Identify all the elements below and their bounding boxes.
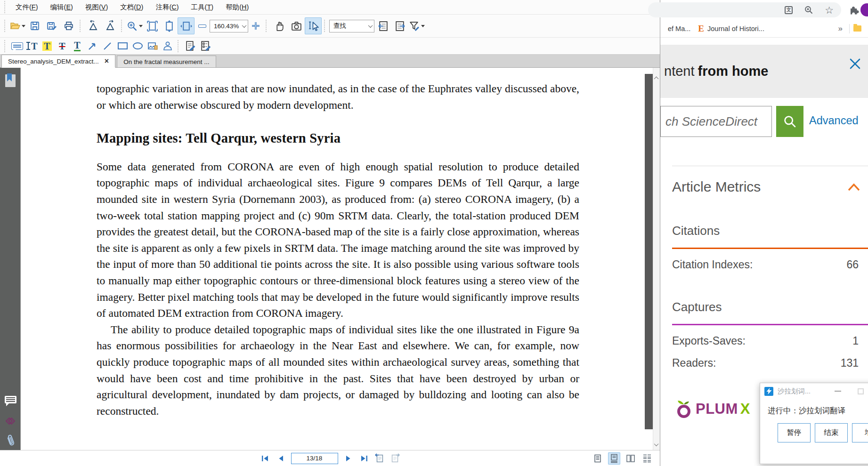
menu-C[interactable]: 注释(C): [149, 0, 185, 14]
linked-diamonds-icon: [7, 417, 14, 426]
document-scrollbar[interactable]: [645, 68, 660, 450]
advanced-search-link[interactable]: Advanced: [809, 114, 859, 127]
zoom-level-combobox[interactable]: 160.43%: [210, 20, 248, 32]
bookmark-item[interactable]: ef Ma...: [664, 25, 694, 32]
metric-row: Exports-Saves:1: [672, 335, 859, 347]
find-previous-button[interactable]: [374, 17, 391, 34]
hand-tool-button[interactable]: [271, 17, 288, 34]
menu-E[interactable]: 编辑(E): [44, 0, 79, 14]
open-file-button[interactable]: [9, 17, 26, 34]
save-button[interactable]: [26, 17, 43, 34]
bookmarks-folder-icon[interactable]: [853, 25, 861, 32]
bookmarks-panel-button[interactable]: [0, 74, 21, 87]
rotate-right-button[interactable]: [102, 17, 119, 34]
stamp-button[interactable]: [160, 39, 175, 53]
menu-D[interactable]: 文档(D): [114, 0, 149, 14]
popup-button-结束[interactable]: 结束: [815, 423, 848, 442]
fit-height-button[interactable]: [161, 17, 178, 34]
filter-highlight-button[interactable]: [408, 17, 426, 34]
save-as-button[interactable]: [43, 17, 60, 34]
popup-button-暂停[interactable]: 暂停: [778, 423, 811, 442]
highlight-icon: T: [42, 41, 51, 51]
previous-page-button[interactable]: [276, 453, 286, 464]
maximize-icon[interactable]: [858, 388, 864, 394]
plumx-logo[interactable]: PLUM X: [674, 399, 750, 419]
previous-view-button[interactable]: [374, 453, 385, 464]
menu-F[interactable]: 文件(F): [9, 0, 44, 14]
find-next-button[interactable]: [391, 17, 408, 34]
next-page-button[interactable]: [343, 453, 354, 464]
facing-continuous-view-button[interactable]: [641, 452, 653, 465]
document-tab[interactable]: On the fractal measurement ...: [117, 56, 216, 67]
continuous-view-button[interactable]: [608, 452, 620, 465]
bookmarks-list: ef Ma...EJournal of Histori...: [664, 24, 768, 33]
profile-avatar[interactable]: [860, 3, 868, 16]
document-page[interactable]: topographic variation in areas that are …: [21, 68, 645, 450]
fit-page-button[interactable]: [144, 17, 161, 34]
person-stamp-icon: [162, 40, 173, 52]
zoom-out-button[interactable]: [195, 19, 210, 33]
filter-dropdown-caret[interactable]: [421, 25, 425, 27]
find-combobox[interactable]: 查找: [329, 20, 374, 32]
rotate-left-button[interactable]: [85, 17, 102, 34]
address-bar[interactable]: 文 ☆: [648, 2, 841, 17]
next-view-button[interactable]: [390, 453, 400, 464]
toolbar-grip: [266, 20, 268, 32]
open-file-dropdown-caret[interactable]: [22, 25, 25, 27]
single-page-view-button[interactable]: [592, 452, 604, 465]
attachments-panel-button[interactable]: [0, 434, 21, 447]
page-number-field[interactable]: 13/18: [291, 453, 338, 464]
sign-document-button[interactable]: [183, 39, 198, 53]
previous-view-icon: [374, 453, 385, 464]
menu-H[interactable]: 帮助(H): [219, 0, 255, 14]
minimize-icon[interactable]: [835, 391, 841, 392]
arrow-annotation-button[interactable]: [85, 39, 100, 53]
menu-V[interactable]: 视图(V): [79, 0, 114, 14]
comments-panel-button[interactable]: [0, 396, 21, 403]
banner-close-icon[interactable]: [849, 57, 861, 70]
strikeout-text-button[interactable]: T: [55, 39, 70, 53]
extensions-puzzle-icon[interactable]: [848, 4, 860, 16]
document-tab[interactable]: Stereo_analysis_DEM_extract...×: [1, 55, 115, 68]
select-text-tool-button[interactable]: [305, 17, 322, 34]
save-as-icon: [46, 20, 57, 32]
zoom-page-icon[interactable]: [804, 5, 813, 15]
metric-label: Readers:: [672, 357, 716, 370]
last-page-button[interactable]: [359, 453, 369, 464]
rectangle-icon: [118, 42, 128, 49]
zoom-tool-button[interactable]: [126, 17, 144, 34]
sciencedirect-search-input[interactable]: ch ScienceDirect: [660, 106, 772, 137]
collapse-chevron-icon[interactable]: [847, 183, 860, 192]
print-button[interactable]: [60, 17, 77, 34]
zoom-tool-dropdown-caret[interactable]: [139, 25, 143, 27]
ellipse-annotation-button[interactable]: [130, 39, 145, 53]
tab-close-icon[interactable]: ×: [105, 57, 109, 65]
line-annotation-button[interactable]: [100, 39, 115, 53]
saladict-popup-window: 沙拉划词... 进行中：沙拉划词翻译 暂停结束增: [760, 383, 868, 464]
fit-width-button[interactable]: [178, 17, 195, 34]
scrollbar-track[interactable]: [653, 68, 660, 450]
snapshot-button[interactable]: [288, 17, 305, 34]
menu-T[interactable]: 工具(T): [185, 0, 220, 14]
search-submit-button[interactable]: [776, 106, 803, 137]
highlight-text-button[interactable]: T: [40, 39, 55, 53]
scrollbar-thumb[interactable]: [645, 74, 653, 429]
bookmarks-overflow-button[interactable]: »: [836, 24, 845, 33]
rectangle-annotation-button[interactable]: [115, 39, 130, 53]
article-metrics-header[interactable]: Article Metrics: [672, 179, 860, 195]
popup-titlebar[interactable]: 沙拉划词...: [760, 383, 868, 399]
facing-view-button[interactable]: [625, 452, 637, 465]
first-page-button[interactable]: [260, 453, 270, 464]
underline-text-button[interactable]: T: [70, 39, 85, 53]
fill-form-button[interactable]: [198, 39, 213, 53]
popup-button-增[interactable]: 增: [852, 423, 868, 442]
zoom-in-button[interactable]: [248, 19, 263, 33]
plum-icon: [674, 399, 693, 419]
bookmark-star-icon[interactable]: ☆: [825, 5, 834, 15]
image-annotation-button[interactable]: [145, 39, 160, 53]
destinations-panel-button[interactable]: [0, 417, 21, 426]
insert-text-button[interactable]: T: [24, 39, 40, 53]
translate-icon[interactable]: 文: [785, 6, 793, 14]
bookmark-item[interactable]: EJournal of Histori...: [694, 24, 768, 33]
note-comment-button[interactable]: [9, 39, 24, 53]
